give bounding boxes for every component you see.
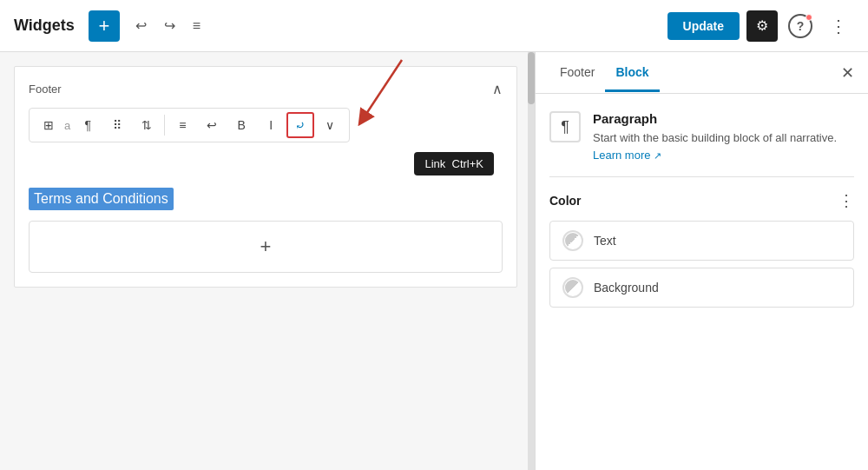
update-button[interactable]: Update: [667, 12, 740, 40]
link-tooltip: Link Ctrl+K: [414, 152, 494, 175]
app-title: Widgets: [14, 17, 75, 35]
block-content: ¶ Paragraph Start with the basic buildin…: [536, 94, 868, 470]
bg-color-circle: [562, 277, 583, 298]
selected-text[interactable]: Terms and Conditions: [29, 188, 174, 210]
undo-button[interactable]: ↩: [130, 12, 152, 39]
footer-block: Footer ∧ ⊞ a ¶ ⠿ ⇅: [14, 66, 517, 288]
learn-more-link[interactable]: Learn more ↗: [593, 149, 661, 162]
text-color-circle: [562, 230, 583, 251]
block-type-title: Paragraph: [593, 111, 837, 126]
main-area: Footer ∧ ⊞ a ¶ ⠿ ⇅: [0, 52, 868, 470]
drag-icon: ⠿: [113, 118, 122, 132]
color-background-option[interactable]: Background: [549, 268, 854, 308]
close-panel-button[interactable]: ✕: [841, 63, 854, 83]
italic-icon: I: [269, 118, 273, 132]
toolbar-drag-btn[interactable]: ⠿: [103, 114, 131, 136]
redo-icon: ↪: [164, 17, 175, 34]
right-panel: Footer Block ✕ ¶ Paragraph Start with th…: [536, 52, 868, 470]
redo-button[interactable]: ↪: [159, 12, 181, 39]
external-link-icon: ↗: [654, 150, 661, 161]
undo-icon: ↩: [135, 17, 147, 34]
left-panel: Footer ∧ ⊞ a ¶ ⠿ ⇅: [0, 52, 536, 470]
color-section: Color ⋮ Text Background: [549, 191, 854, 308]
block-type-desc: Start with the basic building block of a…: [593, 129, 837, 147]
block-type-info: Paragraph Start with the basic building …: [593, 111, 837, 162]
arrows-icon: ⇅: [141, 118, 152, 132]
toolbar-divider-1: [164, 115, 165, 136]
selected-text-container: Terms and Conditions: [29, 188, 503, 210]
add-icon: +: [260, 235, 272, 258]
bg-color-label: Background: [594, 281, 659, 295]
text-color-swatch: [565, 233, 581, 248]
bg-color-swatch: [565, 280, 581, 295]
bold-icon: B: [238, 118, 246, 132]
toolbar-bold-btn[interactable]: B: [227, 114, 255, 136]
notification-dot: [806, 14, 812, 21]
toolbar-paragraph-btn[interactable]: ¶: [74, 114, 102, 136]
scrollbar-track[interactable]: [528, 52, 535, 470]
link-prev-icon: ⊞: [43, 118, 54, 132]
paragraph-icon: ¶: [84, 118, 91, 132]
add-block-area[interactable]: +: [29, 221, 503, 273]
toolbar-move-btn[interactable]: ⇅: [133, 114, 161, 136]
block-type-header: ¶ Paragraph Start with the basic buildin…: [549, 111, 854, 162]
toolbar-text-indicator: a: [64, 119, 70, 132]
color-text-option[interactable]: Text: [549, 221, 854, 261]
header-icons: ↩ ↪ ≡: [130, 12, 206, 39]
list-view-button[interactable]: ≡: [187, 13, 206, 39]
help-button[interactable]: ?: [785, 10, 816, 42]
toolbar-area: ⊞ a ¶ ⠿ ⇅ ≡: [29, 108, 503, 142]
settings-button[interactable]: ⚙: [746, 10, 778, 42]
toolbar-italic-btn[interactable]: I: [257, 114, 285, 136]
divider: [549, 176, 854, 177]
tab-footer[interactable]: Footer: [549, 55, 605, 92]
toolbar-align-btn[interactable]: ≡: [168, 114, 196, 136]
tab-block[interactable]: Block: [605, 55, 659, 92]
color-section-header: Color ⋮: [549, 191, 854, 210]
collapse-button[interactable]: ∧: [492, 81, 503, 97]
transform-icon: ↩: [207, 118, 217, 132]
paragraph-type-icon: ¶: [549, 111, 581, 142]
text-color-label: Text: [594, 234, 616, 248]
right-panel-tabs: Footer Block ✕: [536, 52, 868, 94]
header-right: Update ⚙ ? ⋮: [667, 10, 854, 42]
toolbar-transform-btn[interactable]: ↩: [198, 114, 226, 136]
toolbar-more-btn[interactable]: ∨: [316, 114, 344, 136]
toolbar-link-btn[interactable]: ⊞: [35, 114, 62, 136]
block-toolbar: ⊞ a ¶ ⠿ ⇅ ≡: [29, 108, 350, 142]
gear-icon: ⚙: [756, 17, 768, 34]
footer-block-header: Footer ∧: [29, 81, 503, 97]
app-header: Widgets + ↩ ↪ ≡ Update ⚙ ? ⋮: [0, 0, 868, 52]
color-more-button[interactable]: ⋮: [838, 191, 854, 210]
more-tools-icon: ∨: [326, 118, 334, 132]
color-section-title: Color: [549, 194, 582, 208]
align-icon: ≡: [179, 118, 186, 132]
scrollbar-thumb[interactable]: [528, 52, 535, 104]
list-icon: ≡: [193, 18, 201, 34]
footer-block-label: Footer: [29, 83, 62, 96]
more-options-button[interactable]: ⋮: [823, 12, 854, 40]
toolbar-insert-link-btn[interactable]: ⤾: [286, 112, 314, 138]
add-block-button[interactable]: +: [89, 10, 120, 42]
insert-link-icon: ⤾: [295, 118, 306, 132]
